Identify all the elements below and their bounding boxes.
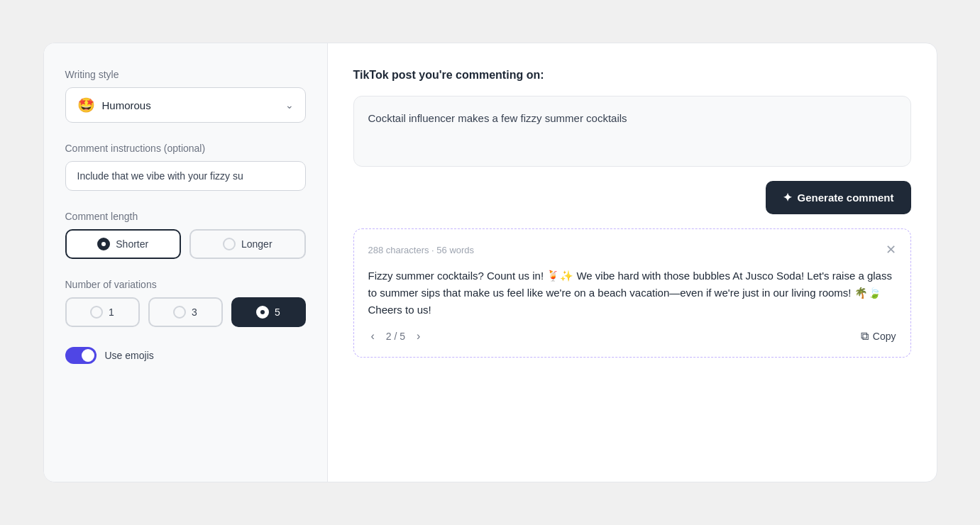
close-result-button[interactable]: ✕ — [886, 243, 896, 256]
tiktok-post-text: Cocktail influencer makes a few fizzy su… — [368, 112, 627, 124]
tiktok-post-input[interactable]: Cocktail influencer makes a few fizzy su… — [353, 96, 911, 167]
generate-button-label: Generate comment — [798, 192, 894, 204]
writing-style-dropdown[interactable]: 🤩 Humorous ⌄ — [65, 87, 306, 123]
variation-radio-3 — [173, 306, 186, 319]
left-panel: Writing style 🤩 Humorous ⌄ Comment instr… — [44, 43, 328, 482]
sparkle-icon: ✦ — [783, 191, 792, 204]
writing-style-value: Humorous — [102, 99, 151, 111]
variation-option-3[interactable]: 3 — [148, 297, 223, 327]
pagination: ‹ 2 / 5 › — [368, 330, 424, 343]
variations-group: 1 3 5 — [65, 297, 306, 327]
result-meta: 288 characters · 56 words — [368, 245, 475, 255]
longer-radio-circle — [223, 238, 236, 250]
variations-label: Number of variations — [65, 279, 306, 290]
variation-option-1[interactable]: 1 — [65, 297, 140, 327]
current-page-number: 2 — [386, 331, 392, 342]
right-panel: TikTok post you're commenting on: Cockta… — [328, 43, 937, 482]
result-footer: ‹ 2 / 5 › ⧉ Copy — [368, 330, 896, 343]
use-emojis-label: Use emojis — [105, 350, 154, 361]
length-option-longer[interactable]: Longer — [189, 229, 306, 259]
variation-radio-5 — [256, 306, 269, 319]
result-header: 288 characters · 56 words ✕ — [368, 243, 896, 256]
variation-option-5[interactable]: 5 — [231, 297, 306, 327]
dropdown-left: 🤩 Humorous — [77, 96, 151, 114]
comment-length-section: Comment length Shorter Longer — [65, 211, 306, 259]
variation-label-3: 3 — [192, 306, 197, 318]
result-text: Fizzy summer cocktails? Count us in! 🍹✨ … — [368, 267, 896, 319]
page-current: 2 / 5 — [386, 331, 405, 342]
generate-comment-button[interactable]: ✦ Generate comment — [766, 181, 911, 214]
writing-style-section: Writing style 🤩 Humorous ⌄ — [65, 69, 306, 123]
tiktok-section-label: TikTok post you're commenting on: — [353, 69, 911, 82]
copy-label: Copy — [873, 331, 896, 342]
instructions-label-text: Comment instructions (optional) — [65, 143, 206, 154]
variation-label-5: 5 — [275, 306, 280, 318]
variation-label-1: 1 — [109, 306, 114, 318]
main-container: Writing style 🤩 Humorous ⌄ Comment instr… — [43, 43, 937, 482]
total-pages-number: 5 — [400, 331, 405, 342]
comment-length-label: Comment length — [65, 211, 306, 222]
variations-section: Number of variations 1 3 5 — [65, 279, 306, 327]
writing-style-label: Writing style — [65, 69, 306, 80]
comment-instructions-input[interactable] — [65, 161, 306, 191]
prev-page-button[interactable]: ‹ — [368, 330, 378, 343]
length-radio-group: Shorter Longer — [65, 229, 306, 259]
use-emojis-toggle[interactable] — [65, 347, 97, 364]
comment-instructions-label: Comment instructions (optional) — [65, 143, 306, 154]
next-page-button[interactable]: › — [414, 330, 423, 343]
longer-label: Longer — [241, 238, 272, 250]
shorter-radio-circle — [97, 238, 110, 250]
copy-icon: ⧉ — [861, 330, 869, 343]
use-emojis-row: Use emojis — [65, 347, 306, 364]
variation-radio-1 — [90, 306, 103, 319]
copy-button[interactable]: ⧉ Copy — [861, 330, 896, 343]
length-option-shorter[interactable]: Shorter — [65, 229, 182, 259]
chevron-down-icon: ⌄ — [285, 99, 294, 111]
shorter-label: Shorter — [116, 238, 148, 250]
writing-style-emoji: 🤩 — [77, 96, 95, 114]
result-card: 288 characters · 56 words ✕ Fizzy summer… — [353, 228, 911, 358]
comment-instructions-section: Comment instructions (optional) — [65, 143, 306, 191]
